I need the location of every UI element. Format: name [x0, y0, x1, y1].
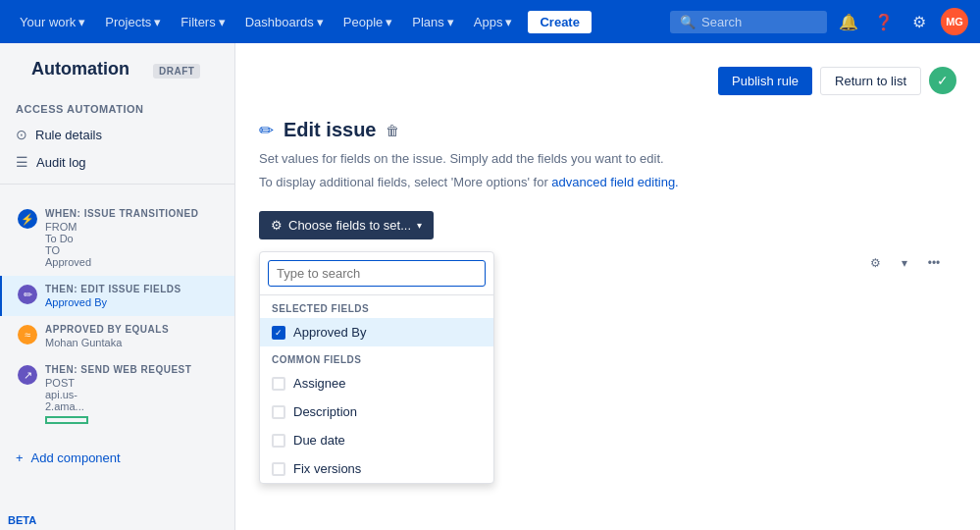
publish-button[interactable]: Publish rule: [718, 67, 812, 95]
more-options-button[interactable]: •••: [922, 251, 946, 275]
search-icon: 🔍: [680, 15, 696, 29]
nav-right: 🔍 🔔 ❓ ⚙ MG: [670, 8, 968, 35]
search-input[interactable]: [701, 15, 819, 29]
draft-badge: DRAFT: [153, 64, 200, 79]
main-content: Publish rule Return to list ✓ ✏ Edit iss…: [235, 43, 980, 530]
edit-icon: ✏: [259, 120, 274, 141]
advanced-field-link[interactable]: advanced field editing.: [551, 175, 678, 189]
trigger-icon: ⚡: [18, 209, 37, 229]
sidebar-title: Automation: [16, 59, 145, 83]
selected-fields-label: SELECTED FIELDS: [260, 295, 493, 318]
step-trigger[interactable]: ⚡ When: Issue transitioned FROM To Do TO…: [0, 200, 234, 276]
action-icon: ✏: [18, 285, 37, 304]
nav-dashboards[interactable]: Dashboards ▾: [237, 11, 332, 33]
field-description[interactable]: Description: [260, 398, 493, 426]
edit-panel: ✏ Edit issue 🗑 Set values for fields on …: [259, 119, 946, 319]
field-search-input[interactable]: [268, 260, 486, 287]
nav-apps[interactable]: Apps ▾: [466, 11, 521, 33]
approved-by-checkbox[interactable]: ✓: [272, 326, 285, 340]
settings-icon[interactable]: ⚙: [905, 8, 933, 35]
field-approved-by[interactable]: ✓ Approved By: [260, 318, 493, 346]
nav-your-work[interactable]: Your work ▾: [12, 11, 93, 33]
send-content: Then: Send web request POST api.us- 2.am…: [45, 364, 219, 427]
sidebar-item-audit-log[interactable]: ☰ Audit log: [0, 148, 234, 176]
panel-title: Edit issue: [284, 119, 376, 141]
fix-versions-checkbox[interactable]: [272, 462, 285, 476]
sidebar: Automation DRAFT Access Automation ⊙ Rul…: [0, 43, 235, 530]
step-condition[interactable]: ≈ Approved By equals Mohan Guntaka: [0, 316, 234, 356]
top-navigation: Your work ▾ Projects ▾ Filters ▾ Dashboa…: [0, 0, 980, 43]
toggle-active[interactable]: ✓: [929, 67, 956, 94]
panel-header: ✏ Edit issue 🗑: [259, 119, 946, 141]
due-date-checkbox[interactable]: [272, 434, 285, 448]
panel-desc2: To display additional fields, select 'Mo…: [259, 173, 946, 192]
chevron-down-icon: ▾: [417, 220, 422, 231]
search-box[interactable]: 🔍: [670, 11, 827, 33]
user-avatar[interactable]: MG: [941, 8, 968, 35]
send-icon: ↗: [18, 365, 37, 385]
create-button[interactable]: Create: [528, 11, 591, 33]
condition-icon: ≈: [18, 325, 37, 344]
expand-field-button[interactable]: ▾: [893, 251, 916, 275]
delete-icon[interactable]: 🗑: [386, 123, 399, 138]
settings-field-button[interactable]: ⚙: [863, 251, 887, 275]
field-due-date[interactable]: Due date: [260, 426, 493, 454]
rule-steps: ⚡ When: Issue transitioned FROM To Do TO…: [0, 192, 234, 443]
nav-projects[interactable]: Projects ▾: [97, 11, 169, 33]
step-edit-issue[interactable]: ✏ Then: Edit issue fields Approved By: [0, 276, 234, 316]
panel-desc1: Set values for fields on the issue. Simp…: [259, 149, 946, 169]
trigger-content: When: Issue transitioned FROM To Do TO A…: [45, 208, 219, 268]
gear-icon: ⚙: [271, 218, 283, 233]
sidebar-item-rule-details[interactable]: ⊙ Rule details: [0, 121, 234, 148]
audit-log-icon: ☰: [16, 154, 28, 170]
common-fields-label: COMMON FIELDS: [260, 346, 493, 369]
choose-fields-container: ⚙ Choose fields to set... ▾ SELECTED FIE…: [259, 195, 434, 251]
nav-people[interactable]: People ▾: [335, 11, 400, 33]
rule-details-icon: ⊙: [16, 127, 27, 142]
add-component-button[interactable]: + Add component: [0, 443, 234, 473]
main-layout: Automation DRAFT Access Automation ⊙ Rul…: [0, 43, 980, 530]
description-checkbox[interactable]: [272, 405, 285, 419]
dropdown-search: [260, 252, 493, 295]
assignee-checkbox[interactable]: [272, 377, 285, 391]
notification-bell[interactable]: 🔔: [835, 8, 862, 35]
nav-plans[interactable]: Plans ▾: [404, 11, 462, 33]
condition-content: Approved By equals Mohan Guntaka: [45, 324, 219, 348]
add-icon: +: [16, 450, 24, 465]
help-icon[interactable]: ❓: [870, 8, 898, 35]
fields-dropdown: SELECTED FIELDS ✓ Approved By COMMON FIE…: [259, 251, 494, 484]
access-section-label: Access Automation: [0, 91, 234, 121]
step-send-request[interactable]: ↗ Then: Send web request POST api.us- 2.…: [0, 356, 234, 435]
action-content: Then: Edit issue fields Approved By: [45, 284, 219, 308]
choose-fields-button[interactable]: ⚙ Choose fields to set... ▾: [259, 211, 434, 239]
beta-label: BETA: [0, 510, 44, 530]
field-assignee[interactable]: Assignee: [260, 369, 493, 398]
nav-filters[interactable]: Filters ▾: [173, 11, 232, 33]
top-bar: Publish rule Return to list ✓: [259, 67, 956, 95]
return-button[interactable]: Return to list: [820, 67, 921, 95]
field-fix-versions[interactable]: Fix versions: [260, 454, 493, 483]
